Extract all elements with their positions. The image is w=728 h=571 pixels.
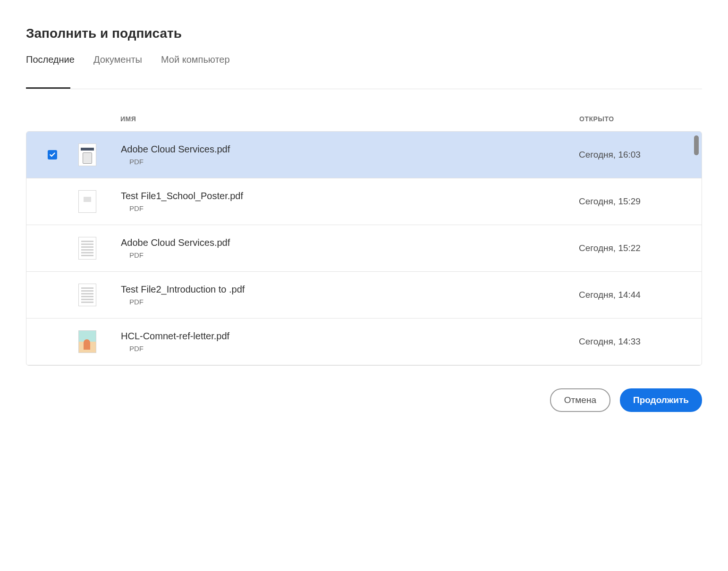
dialog-footer: Отмена Продолжить (26, 388, 702, 412)
source-tabs: Последние Документы Мой компьютер (26, 54, 702, 89)
tab-my-computer[interactable]: Мой компьютер (161, 54, 230, 89)
dialog-title: Заполнить и подписать (26, 26, 702, 41)
file-row[interactable]: Adobe Cloud Services.pdf PDF Сегодня, 15… (26, 225, 702, 272)
file-opened: Сегодня, 14:33 (579, 336, 702, 347)
file-thumbnail-icon (78, 284, 96, 306)
file-checkbox[interactable] (48, 197, 57, 206)
continue-button[interactable]: Продолжить (620, 388, 702, 412)
file-type: PDF (121, 204, 579, 212)
list-header: ИМЯ ОТКРЫТО (26, 115, 702, 131)
tab-documents[interactable]: Документы (93, 54, 142, 89)
file-browser: ИМЯ ОТКРЫТО Adobe Cloud Services.pdf PDF… (26, 115, 702, 366)
tab-indicator (26, 87, 70, 89)
file-opened: Сегодня, 14:44 (579, 290, 702, 300)
tab-recent[interactable]: Последние (26, 54, 75, 89)
check-icon (49, 151, 56, 158)
file-list: Adobe Cloud Services.pdf PDF Сегодня, 16… (26, 131, 702, 366)
file-name: HCL-Comnet-ref-letter.pdf (121, 331, 579, 342)
file-thumbnail-icon (78, 237, 96, 260)
file-opened: Сегодня, 15:29 (579, 196, 702, 207)
cancel-button[interactable]: Отмена (550, 388, 610, 412)
file-row[interactable]: Test File2_Introduction to .pdf PDF Сего… (26, 272, 702, 319)
file-type: PDF (121, 344, 579, 353)
file-type: PDF (121, 251, 579, 259)
file-thumbnail-icon (78, 330, 96, 353)
file-thumbnail-icon (78, 190, 96, 213)
file-name: Adobe Cloud Services.pdf (121, 237, 579, 248)
file-type: PDF (121, 158, 579, 166)
column-header-opened[interactable]: ОТКРЫТО (579, 115, 702, 123)
column-thumb-spacer (78, 115, 120, 123)
file-thumbnail-icon (78, 143, 96, 166)
file-name: Adobe Cloud Services.pdf (121, 144, 579, 155)
file-name: Test File2_Introduction to .pdf (121, 284, 579, 295)
file-opened: Сегодня, 16:03 (579, 150, 702, 160)
column-checkbox-spacer (26, 115, 78, 123)
file-row[interactable]: HCL-Comnet-ref-letter.pdf PDF Сегодня, 1… (26, 319, 702, 365)
file-row[interactable]: Adobe Cloud Services.pdf PDF Сегодня, 16… (26, 132, 702, 178)
file-row[interactable]: Test File1_School_Poster.pdf PDF Сегодня… (26, 178, 702, 225)
file-checkbox[interactable] (48, 337, 57, 346)
scrollbar-thumb[interactable] (694, 135, 699, 155)
file-type: PDF (121, 298, 579, 306)
column-header-name[interactable]: ИМЯ (120, 115, 579, 123)
file-opened: Сегодня, 15:22 (579, 243, 702, 253)
file-checkbox[interactable] (48, 244, 57, 253)
tab-divider (26, 89, 702, 89)
file-name: Test File1_School_Poster.pdf (121, 191, 579, 202)
file-checkbox[interactable] (48, 150, 57, 160)
file-checkbox[interactable] (48, 290, 57, 300)
